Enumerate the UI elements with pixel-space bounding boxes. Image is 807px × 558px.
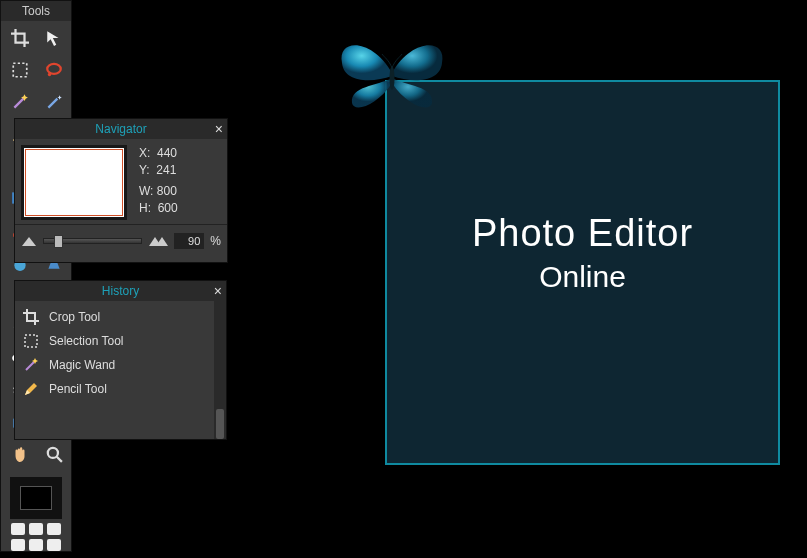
color-swatch[interactable] <box>10 477 62 519</box>
brand-title: Photo Editor <box>387 212 778 255</box>
navigator-preview[interactable] <box>21 145 127 220</box>
history-item-label: Magic Wand <box>49 358 115 372</box>
history-title: History <box>102 284 139 298</box>
tool-wand-plus[interactable] <box>39 89 69 119</box>
history-item[interactable]: Pencil Tool <box>15 377 226 401</box>
crop-icon <box>23 309 39 325</box>
svg-line-5 <box>26 362 34 370</box>
history-item-label: Pencil Tool <box>49 382 107 396</box>
marquee-icon <box>11 61 29 83</box>
svg-rect-6 <box>13 63 27 77</box>
brand-subtitle: Online <box>387 260 778 294</box>
history-item-label: Crop Tool <box>49 310 100 324</box>
wand-icon <box>23 357 39 373</box>
brand-panel: Photo Editor Online <box>385 80 780 465</box>
move-icon <box>45 29 63 51</box>
svg-marker-1 <box>22 237 36 246</box>
tool-marquee[interactable] <box>5 57 35 87</box>
zoom-value[interactable]: 90 <box>174 233 204 249</box>
zoom-slider-thumb[interactable] <box>54 235 63 248</box>
alignment-grid[interactable] <box>10 523 62 557</box>
wand-icon <box>11 93 29 115</box>
tools-header[interactable]: Tools <box>1 1 71 21</box>
history-header[interactable]: History × <box>15 281 226 301</box>
svg-line-9 <box>14 99 23 108</box>
tool-crop[interactable] <box>5 25 35 55</box>
svg-point-8 <box>48 73 51 76</box>
navigator-info: X: 440 Y: 241 W: 800 H: 600 <box>139 145 178 220</box>
history-scrollbar-thumb[interactable] <box>216 409 224 439</box>
zoom-icon <box>45 445 63 467</box>
close-icon[interactable]: × <box>214 283 222 299</box>
tool-lasso[interactable] <box>39 57 69 87</box>
history-item[interactable]: Magic Wand <box>15 353 226 377</box>
crop-icon <box>11 29 29 51</box>
foreground-color[interactable] <box>20 486 52 510</box>
percent-label: % <box>210 234 221 248</box>
navigator-panel: Navigator × X: 440 Y: 241 W: 800 H: 600 … <box>14 118 228 263</box>
svg-line-35 <box>57 457 62 462</box>
navigator-viewport-rect <box>25 149 123 216</box>
zoom-in-icon[interactable] <box>148 235 168 247</box>
zoom-out-icon[interactable] <box>21 235 37 247</box>
history-item-label: Selection Tool <box>49 334 124 348</box>
close-icon[interactable]: × <box>215 121 223 137</box>
history-scrollbar[interactable] <box>214 301 226 439</box>
tools-panel: Tools A <box>0 0 72 552</box>
tool-zoom[interactable] <box>39 441 69 471</box>
history-item[interactable]: Crop Tool <box>15 305 226 329</box>
navigator-title: Navigator <box>95 122 146 136</box>
history-item[interactable]: Selection Tool <box>15 329 226 353</box>
pencil-icon <box>23 381 39 397</box>
svg-line-10 <box>48 99 57 108</box>
marquee-icon <box>23 333 39 349</box>
zoom-slider[interactable] <box>43 238 142 244</box>
lasso-icon <box>45 61 63 83</box>
svg-point-34 <box>48 448 58 458</box>
svg-rect-4 <box>25 335 37 347</box>
tools-title: Tools <box>22 4 50 18</box>
wand-plus-icon <box>45 93 63 115</box>
history-panel: History × Crop ToolSelection ToolMagic W… <box>14 280 227 440</box>
svg-point-7 <box>47 64 61 74</box>
navigator-header[interactable]: Navigator × <box>15 119 227 139</box>
tool-hand[interactable] <box>5 441 35 471</box>
hand-icon <box>11 445 29 467</box>
tool-move[interactable] <box>39 25 69 55</box>
tool-wand[interactable] <box>5 89 35 119</box>
